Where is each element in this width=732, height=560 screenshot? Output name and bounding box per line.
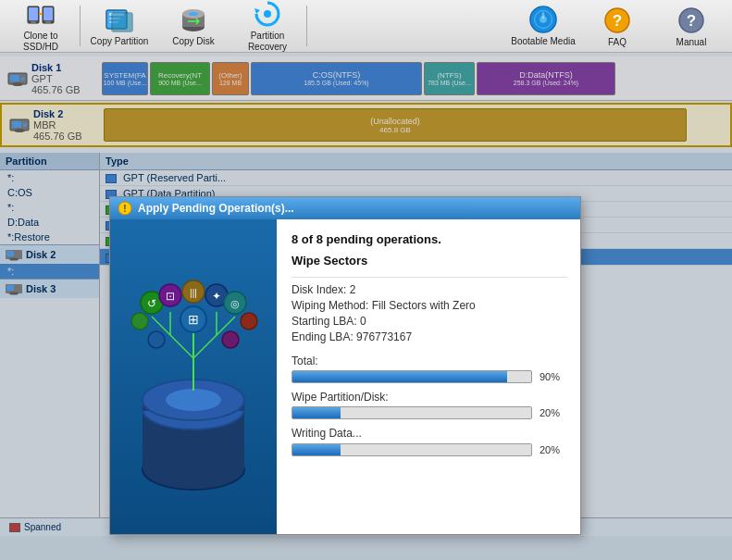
operation-count: 8 of 8 pending operations.	[292, 232, 567, 246]
manual-label: Manual	[676, 37, 707, 47]
toolbar-copy-partition[interactable]: Copy Partition	[82, 2, 156, 50]
total-pct-label: 90%	[540, 371, 567, 382]
modal-title: Apply Pending Operation(s)...	[138, 202, 294, 215]
copy-partition-label: Copy Partition	[91, 36, 149, 47]
partition-recovery-label: Partition Recovery	[232, 31, 303, 53]
svg-point-66	[241, 313, 257, 330]
clone-ssd-icon	[26, 0, 56, 29]
svg-rect-1	[29, 7, 38, 20]
svg-text:?: ?	[613, 12, 622, 30]
copy-disk-icon	[179, 5, 208, 34]
wipe-progress-fill	[292, 407, 341, 418]
svg-line-47	[170, 335, 193, 358]
copy-disk-label: Copy Disk	[172, 36, 215, 47]
detail-end-lba: Ending LBA: 976773167	[292, 330, 567, 343]
modal-right-content: 8 of 8 pending operations. Wipe Sectors …	[277, 219, 582, 534]
toolbar-copy-disk[interactable]: Copy Disk	[156, 2, 230, 50]
modal-body: ⊞ ↺ ⊡ ||| ✦ ◎	[110, 219, 580, 534]
clone-ssd-label: Clone to SSD/HD	[6, 31, 76, 53]
svg-point-67	[148, 331, 165, 348]
partition-recovery-icon	[253, 0, 282, 29]
modal-overlay: ! Apply Pending Operation(s)...	[0, 53, 732, 560]
svg-text:↺: ↺	[147, 297, 156, 310]
svg-point-2	[31, 21, 36, 24]
divider	[292, 277, 567, 278]
writing-progress-row: 20%	[292, 443, 567, 456]
svg-point-68	[222, 331, 239, 348]
writing-label: Writing Data...	[292, 427, 567, 440]
toolbar-manual[interactable]: ? Manual	[654, 2, 728, 50]
svg-text:!: !	[123, 204, 126, 214]
svg-point-14	[189, 12, 198, 16]
wipe-progress-bar	[292, 406, 532, 419]
svg-point-5	[45, 21, 51, 24]
wipe-pct-label: 20%	[540, 407, 567, 418]
modal-titlebar: ! Apply Pending Operation(s)...	[110, 197, 580, 219]
detail-wipe-method: Wiping Method: Fill Sectors with Zero	[292, 299, 567, 312]
writing-pct-label: 20%	[540, 444, 567, 455]
faq-label: FAQ	[608, 37, 627, 47]
svg-text:✦: ✦	[212, 290, 221, 303]
svg-point-45	[166, 389, 221, 411]
detail-disk-index: Disk Index: 2	[292, 283, 567, 296]
svg-text:◎: ◎	[230, 298, 240, 309]
toolbar-bootable-media[interactable]: Bootable Media	[506, 2, 580, 50]
svg-text:|||: |||	[190, 288, 197, 298]
bootable-media-label: Bootable Media	[511, 36, 576, 47]
wipe-progress-row: 20%	[292, 406, 567, 419]
detail-start-lba: Starting LBA: 0	[292, 315, 567, 328]
svg-rect-4	[43, 7, 53, 20]
total-label: Total:	[292, 355, 567, 367]
manual-icon: ?	[676, 6, 706, 35]
sep1	[80, 6, 81, 46]
modal-title-icon: !	[118, 201, 132, 216]
writing-progress-fill	[292, 444, 341, 455]
sep2	[306, 6, 307, 46]
svg-text:⊞: ⊞	[188, 312, 199, 327]
modal-window: ! Apply Pending Operation(s)...	[109, 196, 581, 535]
writing-progress-bar	[292, 443, 532, 456]
toolbar-faq[interactable]: ? FAQ	[580, 2, 654, 50]
svg-text:?: ?	[687, 12, 696, 30]
toolbar-partition-recovery[interactable]: Partition Recovery	[230, 2, 304, 50]
copy-partition-icon	[105, 5, 134, 34]
total-progress-row: 90%	[292, 370, 567, 383]
modal-illustration: ⊞ ↺ ⊡ ||| ✦ ◎	[110, 219, 277, 534]
operation-name: Wipe Sectors	[292, 254, 567, 268]
bootable-media-icon	[528, 5, 558, 34]
total-progress-fill	[292, 371, 507, 382]
svg-point-65	[131, 313, 148, 330]
svg-point-15	[264, 10, 271, 18]
total-progress-bar	[292, 370, 532, 383]
toolbar-right-area: Bootable Media ? FAQ ? Manual	[506, 2, 728, 50]
toolbar-clone-ssd[interactable]: Clone to SSD/HD	[4, 2, 78, 50]
svg-line-48	[193, 335, 217, 358]
faq-icon: ?	[602, 6, 632, 35]
svg-text:⊡: ⊡	[166, 290, 175, 303]
toolbar: Clone to SSD/HD Copy Partition Co	[0, 0, 732, 53]
disk-animation-svg: ⊞ ↺ ⊡ ||| ✦ ◎	[119, 247, 267, 506]
wipe-label: Wipe Partition/Disk:	[292, 391, 567, 404]
svg-rect-10	[112, 13, 132, 31]
progress-section: Total: 90% Wipe Partition/Disk: 20%	[292, 355, 567, 456]
